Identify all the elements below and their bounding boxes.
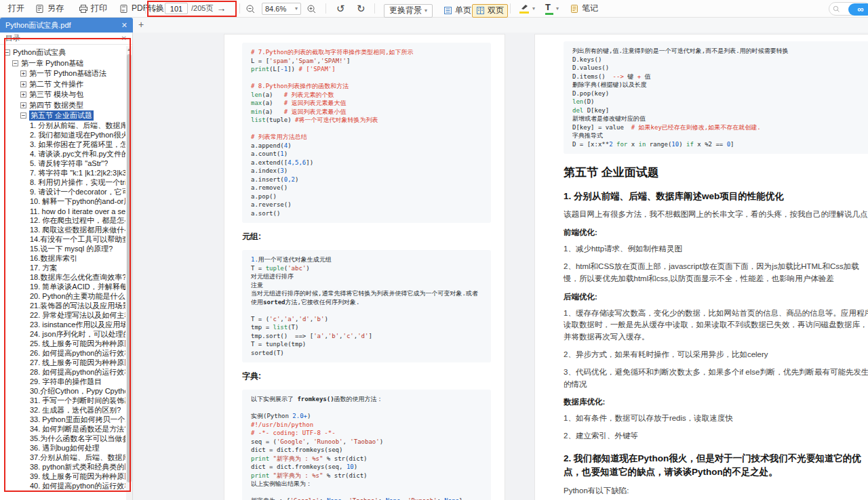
sidebar-scrollbar[interactable]: ▲ [126, 46, 132, 500]
toc-question-item[interactable]: 40. 如何提高python的运行效率 [0, 482, 125, 491]
close-panel-icon[interactable]: ✕ [121, 35, 127, 42]
zoom-level-select[interactable]: 84.6% ▾ [259, 0, 304, 17]
collapse-icon[interactable]: − [4, 49, 10, 56]
toc-item-label: 31. 手写一个判断时间的装饰器 [30, 396, 125, 406]
toc-question-item[interactable]: 1. 分别从前端、后端、数据库阐述web项目 [0, 121, 125, 131]
close-tab-icon[interactable]: ✕ [121, 21, 127, 30]
code-line: # 列表常用方法总结 [251, 133, 482, 142]
search-input[interactable]: ∞ [829, 2, 868, 16]
chevron-down-icon: ▾ [556, 5, 559, 12]
scroll-up-icon[interactable]: ▲ [127, 47, 131, 51]
expand-icon[interactable]: + [20, 102, 26, 108]
zoom-in-button[interactable] [304, 0, 319, 17]
tab-bar: Python面试宝典.pdf ✕ + [0, 18, 868, 33]
toc-question-item[interactable]: 16.数据库索引 [0, 254, 125, 264]
toc-question-item[interactable]: 20. Python的主要功能是什么? [0, 292, 125, 301]
rotate-left-button[interactable]: ↺ [334, 0, 348, 17]
toc-question-item[interactable]: 39. 线上服务可能因为种种原因导致 [0, 472, 125, 482]
toc-question-item[interactable]: 24. json序列化时，可以处理的数据 [0, 330, 125, 339]
document-tab[interactable]: Python面试宝典.pdf ✕ [0, 18, 133, 33]
code-line: D = [x:x**2 for x in range(10) if x %2 =… [572, 140, 864, 149]
code-line: 删除字典(根据键)以及长度 [572, 81, 864, 89]
toc-question-item[interactable]: 37.分别从前端、后端、数据库阐述 [0, 453, 125, 463]
code-line: a.count(1) [251, 150, 482, 159]
toc-question-item[interactable]: 15.说一下 mysql 的原理? [0, 245, 125, 254]
code-line: len(a) # 列表元素的个数 [251, 91, 482, 100]
next-page-icon[interactable]: → [216, 0, 226, 17]
scrollbar-thumb[interactable] [127, 54, 132, 482]
toc-question-item[interactable]: 34. 如何判断是函数还是方法? [0, 425, 125, 434]
text-tool-button[interactable]: T ▾ [542, 0, 561, 17]
expand-icon[interactable]: + [20, 91, 26, 98]
zoom-out-button[interactable] [243, 0, 258, 17]
toc-question-item[interactable]: 4. 请谈谈.pyc文件和.py文件的不同 [0, 150, 125, 159]
toc-question-item[interactable]: 10. 解释一下python的and-or用法 [0, 197, 125, 207]
paragraph: 该题目网上有很多方法，我不想截图网上的长串文字，看的头疼，按我自己的理解说几点 [564, 209, 868, 221]
toc-question-item[interactable]: 23. isinstance作用以及应用场景 [0, 320, 125, 330]
highlighter-tool-button[interactable]: ▾ [517, 0, 538, 17]
code-line: max(a) # 返回列表元素最大值 [251, 99, 482, 108]
expand-icon[interactable]: + [20, 81, 26, 87]
print-icon [79, 4, 88, 14]
page-number-input[interactable] [165, 3, 188, 14]
toc-section-node[interactable]: +第二节 文件操作 [0, 79, 125, 90]
toolbar-divider [510, 3, 511, 14]
toc-item-label: 27. 线上服务可能因为种种原因导致 [30, 358, 125, 368]
print-button[interactable]: 打印 [76, 0, 110, 17]
code-line: sorted(T) [251, 349, 482, 358]
save-as-button[interactable]: 另存 [33, 0, 66, 17]
expand-icon[interactable]: + [20, 70, 26, 77]
toc-section-node[interactable]: −Python面试宝典 [0, 47, 125, 58]
code-line: 以下实例展示了 fromkeys()函数的使用方法： [251, 395, 482, 404]
toc-question-item[interactable]: 33. Python里面如何拷贝一个对象 [0, 415, 125, 425]
toc-item-label: 33. Python里面如何拷贝一个对象 [30, 415, 125, 425]
notes-button[interactable]: 笔记 [567, 0, 601, 17]
toc-question-item[interactable]: 32. 生成器，迭代器的区别? [0, 406, 125, 415]
toc-section-node[interactable]: +第三节 模块与包 [0, 89, 125, 100]
toc-question-item[interactable]: 13. 爬取这些数据都用来做什么的 [0, 226, 125, 235]
toc-section-node[interactable]: −第一章 Python基础 [0, 58, 125, 69]
toc-question-item[interactable]: 2. 我们都知道现在Python很火，但是 [0, 131, 125, 140]
toc-question-item[interactable]: 3. 如果你困在了死循环里，怎么打破 [0, 140, 125, 150]
toc-section-node[interactable]: +第四节 数据类型 [0, 100, 125, 111]
toc-question-item[interactable]: 22. 异常处理写法以及如何主动抛出 [0, 311, 125, 320]
toc-item-label: 第二节 文件操作 [29, 79, 83, 89]
toc-question-item[interactable]: 5. 请反转字符串 "aStr"? [0, 159, 125, 169]
collapse-icon[interactable]: − [12, 60, 18, 66]
toc-question-item[interactable]: 21.装饰器的写法以及应用场景 [0, 301, 125, 311]
single-page-button[interactable]: 单页 [439, 2, 475, 19]
toc-question-item[interactable]: 7. 将字符串 "k:1 |k1:2|k2:3|k3:4" [0, 169, 125, 178]
toc-question-item[interactable]: 35.为什么函数名字可以当做参数用 [0, 434, 125, 444]
code-line: D.items() --> 键 + 值 [572, 72, 864, 81]
double-page-button[interactable]: 双页 [472, 2, 508, 19]
toc-question-item[interactable]: 29. 字符串的操作题目 [0, 377, 125, 387]
toc-question-item[interactable]: 38. python新式类和经典类的区别 [0, 463, 125, 472]
toc-question-item[interactable]: 11. how do I iterate over a sequence [0, 207, 125, 216]
rotate-right-button[interactable]: ↻ [354, 0, 368, 17]
toc-question-item[interactable]: 12. 你在爬虫过程中，都是怎么解决 [0, 216, 125, 226]
toc-question-item[interactable]: 28. 如何提高python的运行效率 [0, 368, 125, 377]
toc-question-item[interactable]: 30.介绍Cython，Pypy Cpython的区 [0, 387, 125, 396]
toc-item-label: 20. Python的主要功能是什么? [30, 292, 125, 301]
toc-item-label: 1. 分别从前端、后端、数据库阐述web项目 [30, 121, 125, 131]
toc-question-item[interactable]: 31. 手写一个判断时间的装饰器 [0, 396, 125, 406]
collapse-icon[interactable]: − [20, 112, 26, 119]
toc-question-item[interactable]: 8. 利用切片操作，实现一个trim函数 [0, 178, 125, 188]
toc-question-item[interactable]: 25. 线上服务可能因为种种原因导致 [0, 339, 125, 349]
toc-question-item[interactable]: 9. 请设计一个decorator，它可作用 [0, 188, 125, 197]
toc-question-item[interactable]: 18.数据库怎么优化查询效率? [0, 273, 125, 283]
toc-section-node[interactable]: −第五节 企业面试题 [0, 110, 125, 121]
toc-question-item[interactable]: 36. 遇到bug如何处理 [0, 444, 125, 453]
previous-page-icon[interactable]: ← [152, 0, 161, 17]
toc-section-node[interactable]: +第一节 Python基础语法 [0, 68, 125, 79]
new-tab-button[interactable]: + [138, 19, 144, 30]
toc-question-item[interactable]: 26. 如何提高python的运行效率 [0, 349, 125, 358]
toc-question-item[interactable]: 19. 简单谈谈ACID，并解释每一个特 [0, 283, 125, 292]
open-button[interactable]: 打开 [5, 0, 27, 17]
toc-question-item[interactable]: 14.有没有一个工具可以帮助查找并 [0, 235, 125, 245]
change-background-button[interactable]: 更换背景 ▾ [381, 2, 435, 19]
toc-question-item[interactable]: 17. 方案 [0, 264, 125, 273]
reader-logo-icon[interactable]: ∞ [848, 3, 868, 16]
toc-question-item[interactable]: 27. 线上服务可能因为种种原因导致 [0, 358, 125, 368]
code-line [251, 125, 482, 133]
